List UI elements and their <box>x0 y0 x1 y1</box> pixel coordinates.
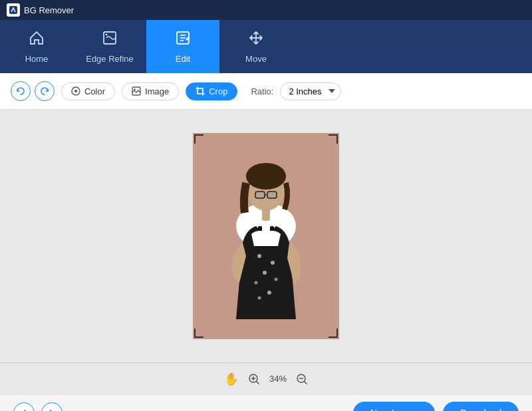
svg-point-19 <box>275 278 278 281</box>
hand-tool-icon[interactable]: ✋ <box>224 372 239 386</box>
footer: New Image Download <box>0 394 532 411</box>
image-button[interactable]: Image <box>122 82 179 100</box>
footer-nav <box>13 402 63 411</box>
svg-point-16 <box>271 261 275 265</box>
svg-point-21 <box>258 297 261 300</box>
undo-redo-group <box>11 81 55 101</box>
image-placeholder <box>193 133 339 339</box>
toolbar: Color Image Crop Ratio: 2 Inches 1 Inch … <box>0 73 532 110</box>
app-header: BG Remover <box>0 0 532 20</box>
svg-point-7 <box>134 88 135 90</box>
nav-edit-label: Edit <box>176 54 190 64</box>
nav-move-label: Move <box>245 54 267 64</box>
svg-rect-24 <box>262 207 270 221</box>
logo-icon <box>7 3 20 17</box>
nav-move[interactable]: Move <box>219 20 293 73</box>
svg-rect-13 <box>267 192 277 198</box>
svg-point-2 <box>106 33 108 35</box>
zoom-level: 34% <box>269 374 287 384</box>
svg-line-28 <box>256 381 259 384</box>
color-icon <box>71 86 80 96</box>
zoom-out-icon <box>296 373 308 385</box>
svg-point-17 <box>263 271 267 275</box>
person-image <box>193 133 339 339</box>
new-image-button[interactable]: New Image <box>353 402 435 411</box>
nav-home-label: Home <box>25 54 49 64</box>
zoom-in-icon <box>248 373 260 385</box>
edge-refine-icon <box>102 30 118 50</box>
svg-rect-1 <box>104 32 116 44</box>
download-button[interactable]: Download <box>443 402 519 411</box>
ratio-label: Ratio: <box>251 86 273 96</box>
svg-rect-12 <box>255 192 265 198</box>
color-button[interactable]: Color <box>61 82 115 100</box>
image-icon <box>132 86 141 96</box>
svg-point-20 <box>267 291 271 295</box>
app-title: BG Remover <box>24 5 74 15</box>
canvas-area <box>0 110 532 362</box>
zoom-bar: ✋ 34% <box>0 362 532 394</box>
ratio-select[interactable]: 2 Inches 1 Inch 3 Inches Free <box>280 82 341 100</box>
crop-label: Crop <box>209 86 227 96</box>
undo-button[interactable] <box>11 81 31 101</box>
navbar: Home Edge Refine Edit Move <box>0 20 532 73</box>
zoom-in-button[interactable] <box>248 373 260 385</box>
crop-button[interactable]: Crop <box>186 82 237 100</box>
home-icon <box>29 30 45 50</box>
nav-home[interactable]: Home <box>0 20 73 73</box>
svg-rect-8 <box>198 88 203 94</box>
zoom-out-button[interactable] <box>296 373 308 385</box>
svg-point-11 <box>246 163 286 190</box>
footer-actions: New Image Download <box>353 402 519 411</box>
svg-point-15 <box>257 254 261 258</box>
redo-button[interactable] <box>35 81 55 101</box>
nav-edge-refine[interactable]: Edge Refine <box>73 20 146 73</box>
svg-point-5 <box>74 90 77 92</box>
nav-edge-refine-label: Edge Refine <box>86 54 134 64</box>
edit-icon <box>175 30 191 50</box>
nav-edit[interactable]: Edit <box>146 20 219 73</box>
next-button[interactable] <box>41 402 63 411</box>
app-logo: BG Remover <box>7 3 74 17</box>
move-icon <box>248 30 264 50</box>
image-container <box>193 133 339 339</box>
color-label: Color <box>84 86 105 96</box>
image-label: Image <box>145 86 169 96</box>
svg-point-18 <box>255 281 258 285</box>
svg-line-31 <box>305 381 307 384</box>
prev-button[interactable] <box>13 402 35 411</box>
crop-icon <box>196 86 205 96</box>
